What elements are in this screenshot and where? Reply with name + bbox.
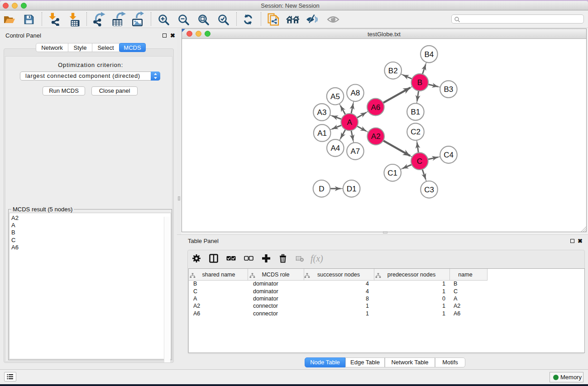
svg-text:A7: A7 — [351, 147, 360, 156]
svg-text:A1: A1 — [317, 129, 327, 138]
svg-text:C4: C4 — [444, 151, 454, 159]
svg-text:A4: A4 — [330, 144, 340, 152]
svg-text:A8: A8 — [351, 89, 360, 97]
svg-text:B3: B3 — [444, 85, 454, 94]
svg-text:A3: A3 — [317, 108, 327, 117]
svg-text:C2: C2 — [411, 128, 421, 136]
svg-text:C: C — [417, 157, 422, 166]
svg-text:D: D — [319, 185, 324, 193]
svg-text:D1: D1 — [347, 185, 357, 193]
svg-text:B2: B2 — [388, 67, 398, 75]
svg-text:B1: B1 — [411, 108, 421, 116]
svg-text:A5: A5 — [330, 92, 340, 101]
svg-text:C3: C3 — [424, 186, 434, 194]
svg-text:B: B — [417, 78, 422, 87]
svg-text:C1: C1 — [387, 169, 397, 177]
svg-text:A6: A6 — [371, 103, 380, 112]
svg-text:B4: B4 — [424, 50, 434, 59]
svg-text:A: A — [347, 118, 353, 127]
svg-text:A2: A2 — [371, 132, 381, 141]
